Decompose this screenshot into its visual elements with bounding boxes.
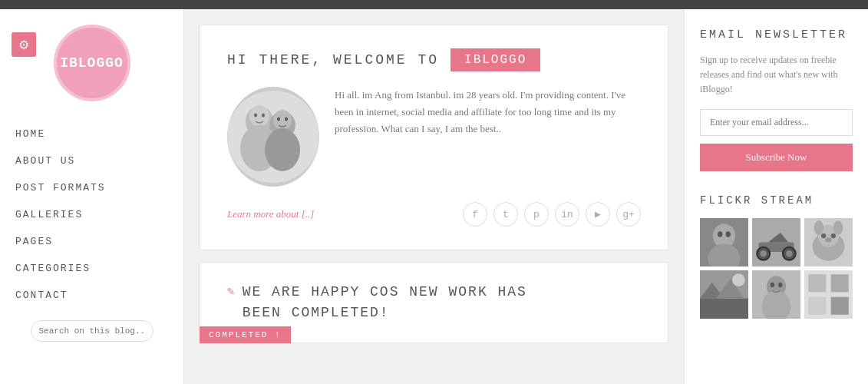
flickr-thumb-5[interactable] [752, 270, 800, 319]
post2-title-line1: WE ARE HAPPY COS NEW WORK HAS [243, 282, 527, 303]
sidebar-item-home[interactable]: HOME [15, 121, 168, 147]
twitter-icon[interactable]: t [493, 202, 518, 227]
sidebar: ⚙ IBLOGGO HOME ABOUT US POST FORMATS GAL… [0, 9, 184, 384]
svg-point-2 [249, 105, 269, 127]
sidebar-item-post-formats[interactable]: POST FORMATS [15, 174, 168, 201]
svg-point-28 [821, 233, 826, 238]
subscribe-button[interactable]: Subscribe Now [700, 144, 853, 171]
flickr-grid [700, 218, 853, 319]
right-sidebar: EMAIL NEWSLETTER Sign up to receive upda… [684, 9, 868, 384]
post-title-row: HI THERE, WELCOME TO IBLOGGO [227, 48, 641, 71]
svg-point-10 [285, 118, 288, 121]
newsletter-title: EMAIL NEWSLETTER [700, 28, 853, 41]
sidebar-item-galleries[interactable]: GALLERIES [15, 201, 168, 228]
post-title-prefix: HI THERE, WELCOME TO [227, 52, 439, 68]
svg-point-14 [718, 231, 722, 237]
search-input[interactable] [31, 320, 153, 342]
post-title-badge: IBLOGGO [451, 48, 540, 71]
new-work-post-wrapper: ✎ WE ARE HAPPY COS NEW WORK HAS BEEN COM… [200, 262, 668, 343]
edit-icon: ✎ [227, 283, 235, 299]
svg-point-29 [831, 233, 836, 238]
svg-point-7 [254, 114, 257, 118]
top-bar [0, 0, 868, 9]
about-post-card: HI THERE, WELCOME TO IBLOGGO [200, 25, 668, 250]
content-area: HI THERE, WELCOME TO IBLOGGO [184, 9, 684, 384]
svg-rect-43 [831, 274, 849, 292]
post-body-text: Hi all. im Ang from Istanbul. im 28 year… [335, 87, 641, 187]
svg-point-9 [277, 118, 280, 121]
sidebar-item-contact[interactable]: CONTACT [15, 282, 168, 309]
svg-rect-42 [808, 274, 826, 292]
flickr-thumb-4[interactable] [700, 270, 748, 319]
facebook-icon[interactable]: f [463, 202, 487, 227]
sidebar-item-categories[interactable]: CATEGORIES [15, 255, 168, 282]
gear-button[interactable]: ⚙ [12, 32, 36, 57]
svg-rect-44 [808, 296, 826, 314]
flickr-thumb-1[interactable] [700, 218, 748, 266]
gear-icon: ⚙ [18, 38, 29, 52]
svg-point-40 [778, 282, 782, 286]
newsletter-desc: Sign up to receive updates on freebie re… [700, 53, 853, 98]
svg-point-35 [732, 273, 745, 286]
social-icons: f t p in ▶ g+ [463, 202, 641, 227]
svg-point-20 [761, 250, 767, 257]
email-input[interactable] [700, 109, 853, 136]
flickr-thumb-3[interactable] [804, 218, 853, 266]
youtube-icon[interactable]: ▶ [586, 202, 610, 227]
flickr-title: FLICKR STREAM [700, 194, 853, 207]
nav-menu: HOME ABOUT US POST FORMATS GALLERIES PAG… [0, 121, 183, 309]
post-footer: Learn more about [..] f t p in ▶ g+ [227, 202, 641, 227]
linkedin-icon[interactable]: in [555, 202, 579, 227]
svg-point-26 [814, 220, 824, 235]
pinterest-icon[interactable]: p [524, 202, 549, 227]
svg-point-39 [771, 282, 774, 286]
logo: IBLOGGO [54, 25, 130, 101]
sidebar-item-about[interactable]: ABOUT US [15, 147, 168, 174]
flickr-thumb-2[interactable] [752, 218, 800, 266]
sidebar-item-pages[interactable]: PAGES [15, 228, 168, 255]
avatar [227, 87, 319, 187]
svg-point-8 [262, 114, 265, 118]
learn-more-link[interactable]: Learn more about [..] [227, 208, 314, 220]
post-body: Hi all. im Ang from Istanbul. im 28 year… [227, 87, 641, 187]
post2-title: ✎ WE ARE HAPPY COS NEW WORK HAS BEEN COM… [227, 282, 641, 323]
svg-rect-32 [700, 298, 748, 318]
flickr-thumb-6[interactable] [804, 270, 853, 319]
svg-point-6 [265, 128, 300, 171]
googleplus-icon[interactable]: g+ [616, 202, 641, 227]
main-layout: ⚙ IBLOGGO HOME ABOUT US POST FORMATS GAL… [0, 9, 868, 384]
svg-point-21 [786, 250, 792, 257]
svg-rect-45 [831, 296, 849, 314]
svg-point-27 [833, 220, 843, 235]
post2-title-line2: BEEN COMPLETED! [243, 303, 527, 323]
completed-label: COMPLETED ! [200, 326, 291, 343]
svg-point-30 [825, 237, 831, 242]
svg-point-15 [726, 231, 731, 237]
